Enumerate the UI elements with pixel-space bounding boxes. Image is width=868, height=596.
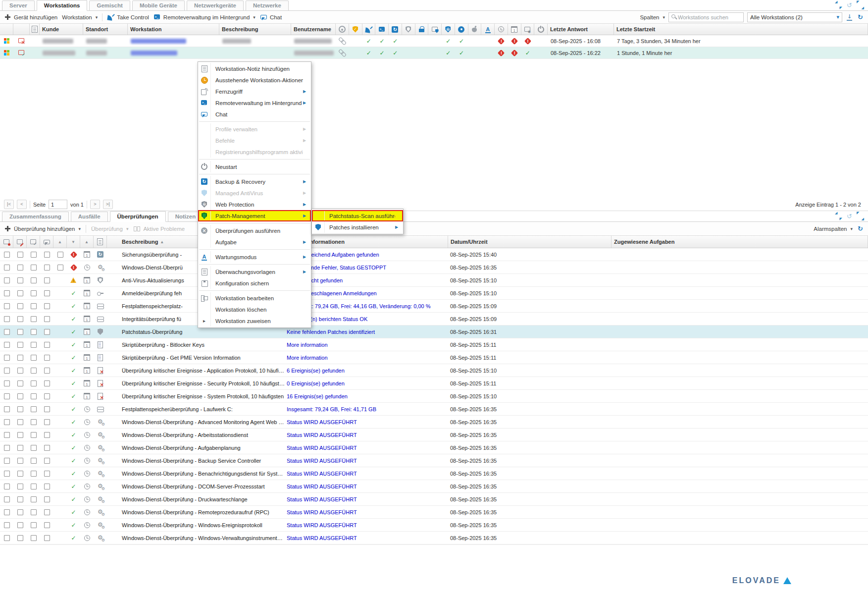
- checkbox[interactable]: [4, 509, 10, 515]
- checkbox[interactable]: [44, 342, 50, 348]
- checkbox[interactable]: [4, 522, 10, 528]
- checkbox[interactable]: [31, 277, 37, 283]
- check-row[interactable]: Festplattenspeicherplatz-Insgesamt: 79,2…: [0, 300, 868, 313]
- checkbox[interactable]: [17, 342, 23, 348]
- undo-icon[interactable]: ↺: [846, 2, 853, 8]
- checkbox[interactable]: [17, 329, 23, 335]
- checkbox[interactable]: [44, 471, 50, 477]
- checkbox[interactable]: [31, 496, 37, 502]
- check-row[interactable]: Überprüfung kritischer Ereignisse - Secu…: [0, 377, 868, 390]
- tab-workstations[interactable]: Workstations: [37, 0, 88, 11]
- check-row[interactable]: Festplattenspeicherüberprüfung - Laufwer…: [0, 403, 868, 416]
- panel-tab-überprüfungen[interactable]: Überprüfungen: [110, 211, 166, 222]
- checkbox[interactable]: [17, 522, 23, 528]
- take-control-button[interactable]: Take Control: [107, 13, 149, 21]
- checkbox[interactable]: [31, 419, 37, 425]
- checkbox[interactable]: [44, 380, 50, 386]
- checkbox[interactable]: [44, 458, 50, 464]
- check-row[interactable]: Windows-Dienst-Überprüfung - DCOM-Server…: [0, 480, 868, 493]
- checkbox[interactable]: [44, 522, 50, 528]
- tab-netzwerkgeräte[interactable]: Netzwerkgeräte: [187, 0, 244, 10]
- workstation-filter-select[interactable]: Alle Workstations (2) ▾: [747, 12, 842, 22]
- menu-item-workstation-bearbeiten[interactable]: Workstation bearbeiten: [198, 292, 311, 304]
- checkbox[interactable]: [17, 406, 23, 412]
- check-row[interactable]: Windows-Dienst-Überprüfung - Arbeitsstat…: [0, 429, 868, 441]
- check-row[interactable]: Sicherungsüberprüfung -Nicht ausreichend…: [0, 248, 868, 261]
- check-row[interactable]: Patchstatus-ÜberprüfungKeine fehlenden P…: [0, 325, 868, 338]
- menu-item-aufgabe[interactable]: Aufgabe▶: [198, 236, 311, 248]
- checkbox[interactable]: [17, 355, 23, 361]
- column-header-standort[interactable]: Standort: [83, 24, 128, 35]
- checkbox[interactable]: [17, 316, 23, 322]
- refresh-icon[interactable]: [857, 13, 864, 21]
- checkbox[interactable]: [31, 471, 37, 477]
- check-info-link[interactable]: 6 Ereignis(se) gefunden: [285, 368, 448, 374]
- column-header-datum-uhrzeit[interactable]: Datum/Uhrzeit: [448, 236, 612, 248]
- maximize-view-icon[interactable]: [857, 2, 864, 8]
- check-row[interactable]: Windows-Dienst-Überprüfung - Advanced Mo…: [0, 416, 868, 429]
- checkbox[interactable]: [17, 252, 23, 258]
- checkbox[interactable]: [4, 496, 10, 502]
- checkbox[interactable]: [17, 471, 23, 477]
- column-header-zugewiesene-aufgaben[interactable]: Zugewiesene Aufgaben: [612, 236, 868, 248]
- checkbox[interactable]: [17, 432, 23, 438]
- checkbox[interactable]: [17, 509, 23, 515]
- check-info-link[interactable]: Status WIRD AUSGEFÜHRT: [285, 522, 448, 528]
- checkbox[interactable]: [4, 406, 10, 412]
- checkbox[interactable]: [44, 509, 50, 515]
- checkbox[interactable]: [17, 265, 23, 271]
- checkbox[interactable]: [31, 265, 37, 271]
- next-page-button[interactable]: >: [90, 200, 100, 209]
- menu-item-workstation-zuweisen[interactable]: Workstation zuweisen: [198, 315, 311, 326]
- checkbox[interactable]: [31, 252, 37, 258]
- check-row[interactable]: Windows-Dienst-Überprüfung - Backup Serv…: [0, 454, 868, 467]
- checkbox[interactable]: [17, 303, 23, 309]
- checkbox[interactable]: [31, 342, 37, 348]
- checkbox[interactable]: [44, 419, 50, 425]
- check-info-link[interactable]: Status WIRD AUSGEFÜHRT: [285, 471, 448, 477]
- checkbox[interactable]: [4, 355, 10, 361]
- page-number-input[interactable]: [49, 200, 67, 209]
- checkbox[interactable]: [31, 316, 37, 322]
- checkbox[interactable]: [4, 303, 10, 309]
- checkbox[interactable]: [31, 509, 37, 515]
- checkbox[interactable]: [4, 368, 10, 374]
- check-row[interactable]: Anti-Virus-AktualisierungsProdukt nicht …: [0, 274, 868, 287]
- submenu-item-patches-installieren[interactable]: Patches installieren▶: [312, 221, 403, 233]
- check-info-link[interactable]: 0 Ereignis(se) gefunden: [285, 380, 448, 386]
- check-row[interactable]: Windows-Dienst-Überprüfung - Benachricht…: [0, 467, 868, 480]
- panel-tab-zusammenfassung[interactable]: Zusammenfassung: [2, 212, 69, 221]
- check-info-link[interactable]: Status WIRD AUSGEFÜHRT: [285, 432, 448, 438]
- checkbox[interactable]: [44, 290, 50, 296]
- tab-server[interactable]: Server: [2, 0, 35, 10]
- checkbox[interactable]: [4, 316, 10, 322]
- search-input[interactable]: [678, 14, 742, 20]
- checkbox[interactable]: [31, 393, 37, 399]
- checkbox[interactable]: [4, 342, 10, 348]
- add-device-button[interactable]: Gerät hinzufügen: [4, 13, 57, 21]
- checkbox[interactable]: [4, 432, 10, 438]
- tab-mobile-geräte[interactable]: Mobile Geräte: [132, 0, 185, 10]
- columns-menu-button[interactable]: Spalten ▾: [640, 14, 665, 20]
- checkbox[interactable]: [44, 265, 50, 271]
- column-header-kunde[interactable]: Kunde: [40, 24, 83, 35]
- checkbox[interactable]: [44, 252, 50, 258]
- checkbox[interactable]: [17, 368, 23, 374]
- checkbox[interactable]: [44, 393, 50, 399]
- panel-tab-ausfälle[interactable]: Ausfälle: [71, 212, 108, 221]
- restore-view-icon[interactable]: [835, 2, 842, 8]
- checkbox[interactable]: [4, 393, 10, 399]
- checkbox[interactable]: [31, 458, 37, 464]
- check-info-link[interactable]: Keine fehlenden Patches identifiziert: [285, 329, 448, 335]
- checkbox[interactable]: [31, 290, 37, 296]
- checkbox[interactable]: [31, 406, 37, 412]
- check-row[interactable]: Skriptüberprüfung - Get PME Version Info…: [0, 351, 868, 364]
- check-row[interactable]: Integritätsüberprüfung füFestplatte(n) b…: [0, 313, 868, 325]
- menu-item-chat[interactable]: Chat: [198, 108, 311, 120]
- restore-view-icon[interactable]: [835, 213, 842, 219]
- checkbox[interactable]: [4, 471, 10, 477]
- checkbox[interactable]: [31, 303, 37, 309]
- menu-item-wartungsmodus[interactable]: Wartungsmodus▶: [198, 251, 311, 263]
- check-info-link[interactable]: 16 Ereignis(se) gefunden: [285, 393, 448, 399]
- checkbox[interactable]: [31, 535, 37, 541]
